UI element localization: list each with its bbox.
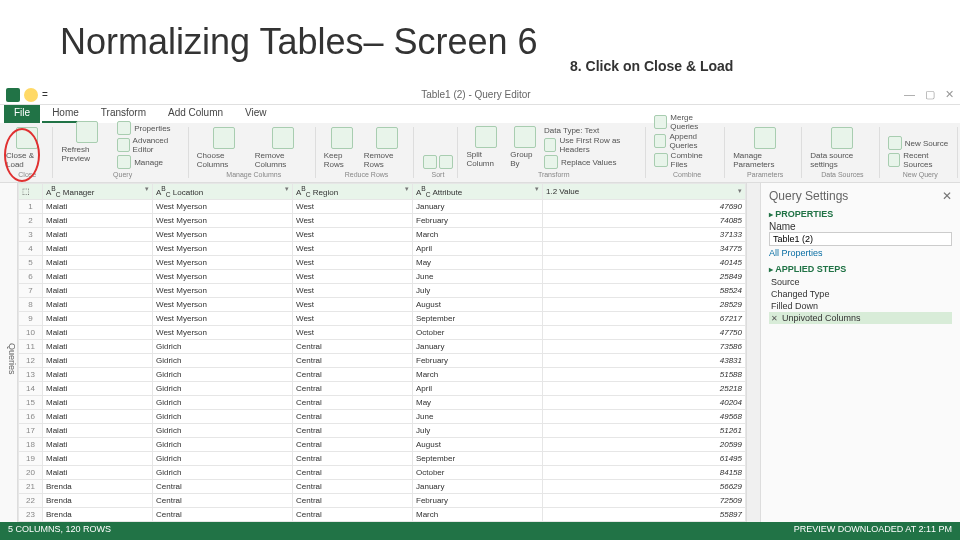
cell-location[interactable]: Gidrich <box>153 340 293 354</box>
tab-view[interactable]: View <box>235 105 277 123</box>
applied-step[interactable]: Changed Type <box>769 288 952 300</box>
sort-desc-icon[interactable] <box>439 155 453 169</box>
table-row[interactable]: 19 Malati Gidrich Central September 6149… <box>19 452 746 466</box>
cell-region[interactable]: West <box>293 242 413 256</box>
cell-attribute[interactable]: October <box>413 466 543 480</box>
cell-region[interactable]: Central <box>293 494 413 508</box>
col-manager[interactable]: ABC Manager▾ <box>43 184 153 200</box>
applied-steps-header[interactable]: APPLIED STEPS <box>769 264 952 274</box>
cell-attribute[interactable]: January <box>413 340 543 354</box>
cell-region[interactable]: Central <box>293 424 413 438</box>
col-region[interactable]: ABC Region▾ <box>293 184 413 200</box>
cell-manager[interactable]: Malati <box>43 228 153 242</box>
manage-parameters-button[interactable]: Manage Parameters <box>733 127 797 169</box>
cell-attribute[interactable]: October <box>413 326 543 340</box>
properties-button[interactable]: Properties <box>117 121 170 135</box>
cell-manager[interactable]: Malati <box>43 354 153 368</box>
table-row[interactable]: 9 Malati West Myerson West September 672… <box>19 312 746 326</box>
cell-value[interactable]: 74085 <box>543 214 746 228</box>
cell-manager[interactable]: Malati <box>43 242 153 256</box>
cell-region[interactable]: West <box>293 228 413 242</box>
cell-manager[interactable]: Malati <box>43 214 153 228</box>
replace-values-button[interactable]: Replace Values <box>544 155 616 169</box>
cell-attribute[interactable]: May <box>413 256 543 270</box>
cell-region[interactable]: West <box>293 298 413 312</box>
table-row[interactable]: 3 Malati West Myerson West March 37133 <box>19 228 746 242</box>
data-type-button[interactable]: Data Type: Text <box>544 126 599 135</box>
table-row[interactable]: 17 Malati Gidrich Central July 51261 <box>19 424 746 438</box>
cell-attribute[interactable]: September <box>413 452 543 466</box>
cell-location[interactable]: West Myerson <box>153 326 293 340</box>
new-source-button[interactable]: New Source <box>888 136 949 150</box>
cell-manager[interactable]: Malati <box>43 466 153 480</box>
row-select-header[interactable]: ⬚ <box>19 184 43 200</box>
table-row[interactable]: 12 Malati Gidrich Central February 43831 <box>19 354 746 368</box>
applied-step[interactable]: Filled Down <box>769 300 952 312</box>
cell-region[interactable]: West <box>293 284 413 298</box>
table-row[interactable]: 21 Brenda Central Central January 56629 <box>19 480 746 494</box>
data-source-settings-button[interactable]: Data source settings <box>810 127 874 169</box>
cell-location[interactable]: West Myerson <box>153 256 293 270</box>
table-row[interactable]: 6 Malati West Myerson West June 25849 <box>19 270 746 284</box>
cell-location[interactable]: West Myerson <box>153 242 293 256</box>
refresh-preview-button[interactable]: Refresh Preview <box>61 121 113 169</box>
cell-attribute[interactable]: May <box>413 396 543 410</box>
table-row[interactable]: 2 Malati West Myerson West February 7408… <box>19 214 746 228</box>
cell-location[interactable]: West Myerson <box>153 228 293 242</box>
cell-location[interactable]: West Myerson <box>153 270 293 284</box>
first-row-headers-button[interactable]: Use First Row as Headers <box>544 136 641 154</box>
table-row[interactable]: 5 Malati West Myerson West May 40145 <box>19 256 746 270</box>
cell-value[interactable]: 51261 <box>543 424 746 438</box>
cell-location[interactable]: Gidrich <box>153 452 293 466</box>
data-grid[interactable]: ⬚ ABC Manager▾ ABC Location▾ ABC Region▾… <box>18 183 746 527</box>
cell-location[interactable]: Central <box>153 494 293 508</box>
choose-columns-button[interactable]: Choose Columns <box>197 127 251 169</box>
cell-attribute[interactable]: March <box>413 228 543 242</box>
cell-value[interactable]: 72509 <box>543 494 746 508</box>
cell-region[interactable]: Central <box>293 396 413 410</box>
cell-manager[interactable]: Malati <box>43 312 153 326</box>
keep-rows-button[interactable]: Keep Rows <box>324 127 360 169</box>
sort-asc-icon[interactable] <box>423 155 437 169</box>
cell-region[interactable]: Central <box>293 354 413 368</box>
cell-region[interactable]: Central <box>293 466 413 480</box>
cell-manager[interactable]: Brenda <box>43 508 153 522</box>
cell-value[interactable]: 40204 <box>543 396 746 410</box>
cell-region[interactable]: Central <box>293 480 413 494</box>
cell-manager[interactable]: Malati <box>43 326 153 340</box>
cell-value[interactable]: 73586 <box>543 340 746 354</box>
cell-location[interactable]: Gidrich <box>153 382 293 396</box>
cell-manager[interactable]: Malati <box>43 396 153 410</box>
cell-manager[interactable]: Malati <box>43 452 153 466</box>
cell-manager[interactable]: Malati <box>43 382 153 396</box>
applied-step[interactable]: Unpivoted Columns <box>769 312 952 324</box>
cell-attribute[interactable]: February <box>413 494 543 508</box>
table-row[interactable]: 10 Malati West Myerson West October 4775… <box>19 326 746 340</box>
table-row[interactable]: 13 Malati Gidrich Central March 51588 <box>19 368 746 382</box>
cell-value[interactable]: 84158 <box>543 466 746 480</box>
manage-button[interactable]: Manage <box>117 155 163 169</box>
cell-region[interactable]: Central <box>293 508 413 522</box>
table-row[interactable]: 8 Malati West Myerson West August 28529 <box>19 298 746 312</box>
cell-attribute[interactable]: July <box>413 424 543 438</box>
cell-region[interactable]: Central <box>293 368 413 382</box>
cell-attribute[interactable]: June <box>413 270 543 284</box>
cell-location[interactable]: Gidrich <box>153 368 293 382</box>
col-location[interactable]: ABC Location▾ <box>153 184 293 200</box>
all-properties-link[interactable]: All Properties <box>769 248 952 258</box>
table-row[interactable]: 4 Malati West Myerson West April 34775 <box>19 242 746 256</box>
table-row[interactable]: 22 Brenda Central Central February 72509 <box>19 494 746 508</box>
split-column-button[interactable]: Split Column <box>466 126 506 169</box>
table-row[interactable]: 20 Malati Gidrich Central October 84158 <box>19 466 746 480</box>
cell-attribute[interactable]: March <box>413 368 543 382</box>
cell-attribute[interactable]: February <box>413 214 543 228</box>
merge-queries-button[interactable]: Merge Queries <box>654 113 720 131</box>
cell-region[interactable]: West <box>293 326 413 340</box>
close-and-load-button[interactable]: Close & Load <box>6 127 48 169</box>
advanced-editor-button[interactable]: Advanced Editor <box>117 136 184 154</box>
remove-rows-button[interactable]: Remove Rows <box>364 127 410 169</box>
cell-location[interactable]: Gidrich <box>153 354 293 368</box>
table-row[interactable]: 23 Brenda Central Central March 55897 <box>19 508 746 522</box>
queries-pane-tab[interactable]: Queries <box>0 183 18 527</box>
cell-value[interactable]: 61495 <box>543 452 746 466</box>
